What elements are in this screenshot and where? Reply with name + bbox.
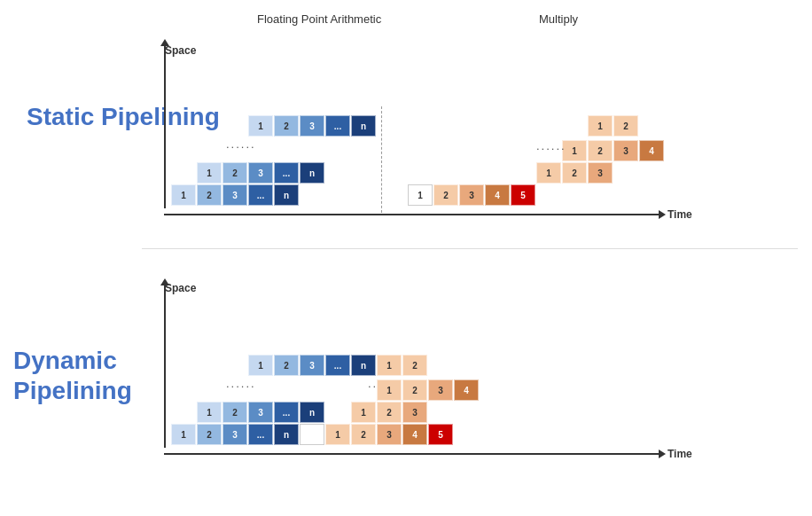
dfp-r4-c1: 1 bbox=[248, 355, 273, 376]
fp-dashed-separator bbox=[381, 106, 382, 213]
fp-r1-c2: 2 bbox=[197, 184, 222, 206]
mul-r2-c3: 3 bbox=[588, 162, 613, 184]
fp-static-dots: ...... bbox=[226, 137, 256, 151]
static-time-label: Time bbox=[668, 208, 692, 221]
multiply-header: Multiply bbox=[539, 12, 578, 26]
dfp-r1-c2: 2 bbox=[197, 424, 222, 445]
dfp-r4-c3: 3 bbox=[300, 355, 324, 376]
mul-r1-c3: 3 bbox=[459, 184, 484, 206]
mul-r1-c5: 5 bbox=[511, 184, 535, 206]
mul-r3-c4: 4 bbox=[639, 140, 664, 161]
dynamic-space-label: Space bbox=[165, 282, 196, 294]
dfp-r2-c1: 1 bbox=[197, 402, 222, 423]
mul-r2-c2: 2 bbox=[562, 162, 587, 184]
mul-r4-c2: 2 bbox=[613, 115, 638, 137]
dmul-r1-c3: 3 bbox=[377, 424, 402, 445]
dfp-r4-cdots: ... bbox=[325, 355, 350, 376]
dfp-r1-cn: n bbox=[274, 424, 299, 445]
dynamic-v-axis bbox=[164, 284, 166, 448]
mul-r3-c3: 3 bbox=[613, 140, 638, 161]
mul-r2-c1: 1 bbox=[536, 162, 561, 184]
fp-r4-c3: 3 bbox=[300, 115, 324, 137]
static-space-label: Space bbox=[165, 44, 196, 57]
dfp-r2-c3: 3 bbox=[248, 402, 273, 423]
fp-r2-cdots: ... bbox=[274, 162, 299, 184]
static-label: Static Pipelining bbox=[27, 102, 220, 132]
section-divider bbox=[142, 248, 798, 249]
static-text: Static Pipelining bbox=[27, 103, 220, 130]
fp-r1-c1: 1 bbox=[171, 184, 196, 206]
fp-r2-c1: 1 bbox=[197, 162, 222, 184]
fp-r4-c1: 1 bbox=[248, 115, 273, 137]
dmul-r2-c1: 1 bbox=[351, 402, 376, 423]
mul-r1-c1: 1 bbox=[408, 184, 433, 206]
diagram-container: Static Pipelining Floating Point Arithme… bbox=[0, 0, 812, 516]
dfp-r1-c3: 3 bbox=[223, 424, 247, 445]
dmul-r4-c1: 1 bbox=[377, 355, 402, 376]
dmul-r1-c1: 1 bbox=[325, 424, 350, 445]
dfp-r2-cdots: ... bbox=[274, 402, 299, 423]
fp-r4-cdots: ... bbox=[325, 115, 350, 137]
mul-r4-c1: 1 bbox=[588, 115, 613, 137]
dfp-r4-c2: 2 bbox=[274, 355, 299, 376]
dmul-r3-c4: 4 bbox=[454, 379, 479, 401]
dfp-r1-gap bbox=[300, 424, 324, 445]
dynamic-time-label: Time bbox=[668, 448, 692, 460]
dfp-r4-cn: n bbox=[351, 355, 376, 376]
mul-r1-c4: 4 bbox=[485, 184, 510, 206]
dmul-r2-c3: 3 bbox=[402, 402, 427, 423]
fp-r4-c2: 2 bbox=[274, 115, 299, 137]
dmul-r3-c3: 3 bbox=[428, 379, 453, 401]
static-v-axis bbox=[164, 44, 166, 208]
dfp-dots-r2: ...... bbox=[226, 377, 256, 390]
dynamic-time-arrow: Time bbox=[164, 448, 692, 460]
static-time-line bbox=[164, 214, 660, 215]
dfp-r2-cn: n bbox=[300, 402, 324, 423]
static-time-arrow: Time bbox=[164, 208, 692, 221]
fp-r2-c2: 2 bbox=[223, 162, 247, 184]
dmul-r3-c1: 1 bbox=[377, 379, 402, 401]
fp-r1-cn: n bbox=[274, 184, 299, 206]
fp-r2-cn: n bbox=[300, 162, 324, 184]
dmul-r1-c2: 2 bbox=[351, 424, 376, 445]
mul-r1-c2: 2 bbox=[433, 184, 458, 206]
fp-r2-c3: 3 bbox=[248, 162, 273, 184]
dfp-r1-c1: 1 bbox=[171, 424, 196, 445]
dmul-r1-c5: 5 bbox=[428, 424, 453, 445]
dmul-r1-c4: 4 bbox=[402, 424, 427, 445]
dmul-r2-c2: 2 bbox=[377, 402, 402, 423]
fp-r1-c3: 3 bbox=[223, 184, 247, 206]
fp-r1-cdots: ... bbox=[248, 184, 273, 206]
dynamic-time-line bbox=[164, 453, 660, 455]
dmul-r4-c2: 2 bbox=[402, 355, 427, 376]
dmul-r3-c2: 2 bbox=[402, 379, 427, 401]
mul-r3-c2: 2 bbox=[588, 140, 613, 161]
dynamic-label: DynamicPipelining bbox=[13, 346, 132, 405]
fp-r4-cn: n bbox=[351, 115, 376, 137]
fp-header: Floating Point Arithmetic bbox=[257, 12, 381, 26]
dfp-r2-c2: 2 bbox=[223, 402, 247, 423]
mul-static-dots: ...... bbox=[536, 139, 566, 152]
dfp-r1-cdots: ... bbox=[248, 424, 273, 445]
